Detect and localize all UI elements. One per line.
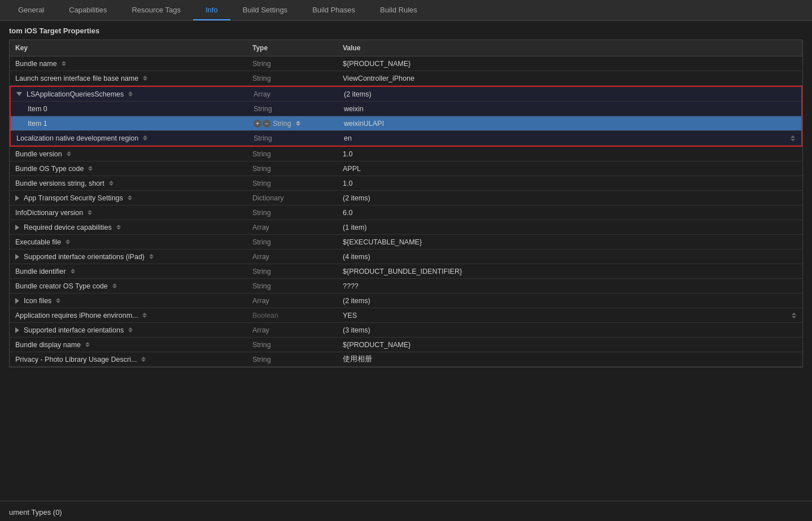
stepper-icon[interactable]: [142, 313, 147, 318]
row-type: String: [247, 73, 337, 84]
row-type: Array: [247, 251, 337, 262]
row-key-text: Item 1: [28, 120, 47, 128]
row-value: (3 items): [337, 325, 785, 336]
remove-item-button[interactable]: −: [263, 120, 270, 128]
row-right-stepper[interactable]: [784, 134, 801, 142]
row-key-text: Required device capabilities: [24, 224, 112, 231]
tab-resource-tags[interactable]: Resource Tags: [119, 0, 193, 20]
table-row[interactable]: Privacy - Photo Library Usage Descri... …: [10, 352, 802, 367]
row-actions: [785, 211, 802, 214]
table-row[interactable]: Localization native development region S…: [11, 131, 801, 146]
row-key: App Transport Security Settings: [10, 192, 247, 204]
tab-build-settings[interactable]: Build Settings: [230, 0, 300, 20]
row-value: weixin: [338, 103, 784, 115]
add-remove-buttons: + −: [254, 120, 270, 128]
stepper-down-icon: [128, 94, 133, 97]
row-actions: [785, 358, 802, 361]
stepper-up-icon: [67, 151, 71, 154]
expand-icon[interactable]: [15, 327, 19, 333]
stepper-icon[interactable]: [88, 210, 92, 215]
stepper-icon[interactable]: [88, 166, 93, 171]
row-actions: [785, 329, 802, 332]
stepper-icon[interactable]: [143, 135, 147, 141]
table-row[interactable]: InfoDictionary version String 6.0: [10, 205, 802, 220]
stepper-icon[interactable]: [67, 151, 71, 156]
tab-capabilities[interactable]: Capabilities: [56, 0, 119, 20]
table-row[interactable]: Executable file String ${EXECUTABLE_NAME…: [10, 235, 802, 249]
table-row[interactable]: Bundle version String 1.0: [10, 147, 802, 161]
stepper-icon[interactable]: [296, 121, 300, 126]
row-type: String: [248, 133, 338, 144]
stepper-icon[interactable]: [66, 239, 70, 244]
stepper-icon[interactable]: [62, 61, 66, 66]
row-type: String: [247, 354, 337, 365]
row-key-text: Bundle display name: [15, 341, 81, 349]
row-value: APPL: [337, 163, 785, 174]
stepper-icon[interactable]: [56, 298, 60, 303]
stepper-icon[interactable]: [71, 269, 75, 274]
stepper-up-icon: [62, 61, 66, 63]
stepper-icon[interactable]: [128, 91, 133, 97]
stepper-icon[interactable]: [109, 181, 113, 186]
row-key: Required device capabilities: [10, 222, 247, 233]
table-row[interactable]: Bundle display name String ${PRODUCT_NAM…: [10, 338, 802, 352]
row-key: Bundle OS Type code: [10, 163, 247, 174]
table-row[interactable]: Bundle identifier String ${PRODUCT_BUNDL…: [10, 264, 802, 279]
stepper-icon[interactable]: [128, 327, 133, 332]
table-row[interactable]: App Transport Security Settings Dictiona…: [10, 191, 802, 205]
add-item-button[interactable]: +: [254, 120, 261, 128]
tab-info[interactable]: Info: [193, 0, 230, 20]
row-key-text: Bundle version: [15, 150, 62, 158]
stepper-icon[interactable]: [149, 254, 154, 259]
table-row[interactable]: Application requires iPhone environm... …: [10, 308, 802, 323]
row-key: Item 1: [11, 118, 248, 129]
table-row[interactable]: Supported interface orientations Array (…: [10, 323, 802, 338]
stepper-icon[interactable]: [116, 225, 121, 230]
stepper-icon[interactable]: [128, 195, 132, 200]
content-area: tom iOS Target Properties Key Type Value…: [0, 21, 812, 521]
stepper-icon[interactable]: [143, 76, 147, 81]
table-row[interactable]: Bundle versions string, short String 1.0: [10, 176, 802, 191]
stepper-up-icon: [88, 166, 93, 168]
tab-build-rules[interactable]: Build Rules: [368, 0, 430, 20]
row-actions: [785, 270, 802, 273]
table-row[interactable]: Launch screen interface file base name S…: [10, 71, 802, 86]
row-key: Bundle creator OS Type code: [10, 281, 247, 292]
expand-icon[interactable]: [15, 195, 19, 201]
table-row[interactable]: Bundle name String ${PRODUCT_NAME}: [10, 56, 802, 71]
expand-icon[interactable]: [15, 225, 19, 230]
stepper-down-icon: [62, 64, 66, 66]
stepper-icon[interactable]: [85, 342, 90, 347]
stepper-down-icon: [85, 345, 90, 347]
table-row[interactable]: LSApplicationQueriesSchemes Array (2 ite…: [11, 87, 801, 102]
row-key: Localization native development region: [11, 133, 248, 144]
row-value: 1.0: [337, 178, 785, 189]
row-actions: [785, 196, 802, 200]
stepper-down-icon: [109, 183, 113, 186]
row-type: Array: [247, 222, 337, 233]
row-actions: [785, 255, 802, 259]
stepper-icon[interactable]: [141, 357, 146, 362]
expand-icon[interactable]: [15, 254, 19, 260]
table-row[interactable]: Icon files Array (2 items): [10, 294, 802, 308]
row-right-stepper[interactable]: [785, 312, 802, 319]
expand-icon[interactable]: [15, 298, 19, 304]
col-value: Value: [337, 42, 785, 54]
table-row[interactable]: Item 1 + − String: [11, 116, 801, 131]
tab-general[interactable]: General: [6, 0, 56, 20]
row-key-text: Bundle versions string, short: [15, 179, 104, 187]
row-type: String: [247, 237, 337, 248]
row-value: (2 items): [338, 89, 784, 100]
stepper-icon[interactable]: [112, 283, 117, 288]
expand-icon[interactable]: [16, 92, 22, 96]
row-key-text: Icon files: [24, 297, 51, 305]
tab-build-phases[interactable]: Build Phases: [300, 0, 368, 20]
tab-bar: General Capabilities Resource Tags Info …: [0, 0, 812, 21]
table-row[interactable]: Supported interface orientations (iPad) …: [10, 249, 802, 264]
row-actions: [785, 152, 802, 156]
table-row[interactable]: Required device capabilities Array (1 it…: [10, 220, 802, 235]
table-row[interactable]: Bundle OS Type code String APPL: [10, 161, 802, 176]
table-row[interactable]: Item 0 String weixin: [11, 102, 801, 116]
table-row[interactable]: Bundle creator OS Type code String ????: [10, 279, 802, 294]
row-key-text: Supported interface orientations: [24, 326, 124, 334]
